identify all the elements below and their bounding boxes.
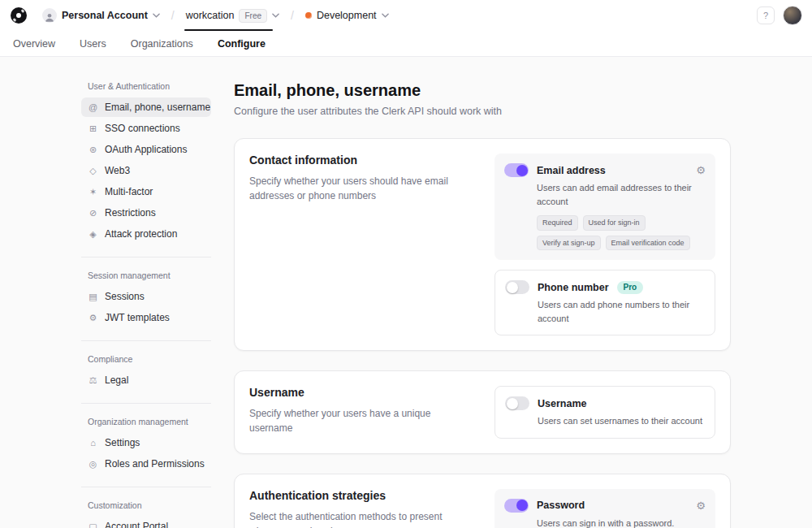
sidebar-section-title: Session management (88, 270, 211, 280)
sidebar-item-account-portal[interactable]: ▢ Account Portal (81, 517, 211, 528)
settings-gear-icon[interactable]: ⚙ (696, 500, 706, 511)
card-description: Select the authentication methods to pre… (249, 509, 465, 528)
sidebar-section-title: Organization management (88, 417, 211, 426)
sidebar-section-title: Customization (88, 500, 211, 510)
email-address-toggle[interactable] (504, 163, 529, 177)
top-bar: Personal Account / workcation Free / Dev… (0, 0, 812, 31)
attribute-badge: Used for sign-in (583, 215, 646, 231)
card-description: Specify whether your users should have e… (249, 174, 465, 203)
sidebar-item-legal[interactable]: ⚖ Legal (81, 370, 211, 390)
environment-label: Development (317, 10, 377, 21)
tab-users[interactable]: Users (78, 33, 108, 54)
sidebar-item-jwt-templates[interactable]: ⚙ JWT templates (81, 308, 211, 327)
help-button[interactable]: ? (757, 6, 775, 24)
authentication-strategies-card: Authentication strategies Select the aut… (234, 474, 731, 528)
username-panel: Username Users can set usernames to thei… (495, 386, 715, 439)
panel-description: Users can set usernames to their account (538, 414, 705, 428)
sso-icon: ⊞ (88, 123, 98, 134)
breadcrumb-environment[interactable]: Development (300, 7, 394, 24)
tab-bar: Overview Users Organizations Configure (0, 31, 812, 57)
account-avatar-icon (42, 8, 57, 23)
email-badges: Required Used for sign-in Verify at sign… (537, 215, 706, 250)
chevron-down-icon (153, 13, 160, 18)
roles-icon: ◎ (88, 459, 98, 470)
plan-badge: Free (239, 9, 267, 23)
sidebar-divider (81, 257, 211, 258)
password-panel: Password ⚙ Users can sign in with a pass… (495, 489, 715, 528)
sidebar-item-restrictions[interactable]: ⊘ Restrictions (81, 203, 211, 223)
breadcrumb-separator: / (291, 9, 294, 22)
page-title: Email, phone, username (234, 81, 731, 100)
clerk-logo[interactable] (10, 6, 28, 24)
settings-sidebar: User & Authentication @ Email, phone, us… (81, 81, 211, 528)
panel-title: Phone number (538, 282, 609, 293)
panel-title: Username (538, 398, 586, 409)
account-portal-icon: ▢ (88, 522, 98, 528)
oauth-icon: ⊛ (88, 145, 98, 155)
chevron-down-icon (382, 13, 389, 18)
sidebar-item-email-phone-username[interactable]: @ Email, phone, username (81, 97, 211, 117)
sidebar-item-settings[interactable]: ⌂ Settings (81, 433, 211, 452)
panel-title: Password (537, 500, 585, 511)
chevron-down-icon (272, 13, 279, 18)
card-description: Specify whether your users have a unique… (249, 406, 465, 435)
org-settings-icon: ⌂ (88, 438, 98, 448)
phone-number-toggle[interactable] (505, 280, 529, 294)
sidebar-divider (81, 403, 211, 404)
sidebar-item-attack-protection[interactable]: ◈ Attack protection (81, 224, 211, 244)
breadcrumb-personal-account[interactable]: Personal Account (37, 6, 165, 25)
sidebar-item-multi-factor[interactable]: ✶ Multi-factor (81, 182, 211, 201)
multi-factor-icon: ✶ (88, 187, 98, 197)
at-sign-icon: @ (88, 102, 98, 112)
environment-dot-icon (305, 12, 312, 19)
attribute-badge: Email verification code (606, 236, 690, 251)
username-toggle[interactable] (505, 396, 529, 410)
jwt-templates-icon: ⚙ (88, 313, 98, 323)
panel-title: Email address (537, 165, 606, 176)
page-subtitle: Configure the user attributes the Clerk … (234, 106, 731, 117)
card-title: Authentication strategies (249, 489, 465, 502)
settings-gear-icon[interactable]: ⚙ (696, 165, 706, 175)
sidebar-item-roles-permissions[interactable]: ◎ Roles and Permissions (81, 454, 211, 474)
web3-icon: ◇ (88, 166, 98, 176)
sidebar-item-sessions[interactable]: ▤ Sessions (81, 287, 211, 306)
sidebar-section-title: Compliance (88, 354, 211, 364)
panel-description: Users can sign in with a password. Passw… (537, 517, 706, 528)
attribute-badge: Required (537, 215, 578, 231)
phone-number-panel: Phone number Pro Users can add phone num… (495, 270, 715, 335)
project-label: workcation (186, 10, 235, 21)
main-content: Email, phone, username Configure the use… (234, 81, 731, 528)
restrictions-lock-icon: ⊘ (88, 208, 98, 219)
tab-overview[interactable]: Overview (11, 33, 57, 54)
pro-badge: Pro (617, 281, 644, 294)
sidebar-item-oauth-applications[interactable]: ⊛ OAuth Applications (81, 140, 211, 159)
panel-description: Users can add email addresses to their a… (537, 181, 706, 208)
breadcrumb-separator: / (171, 9, 175, 22)
shield-icon: ◈ (88, 229, 98, 240)
sidebar-item-sso-connections[interactable]: ⊞ SSO connections (81, 119, 211, 138)
panel-description: Users can add phone numbers to their acc… (538, 298, 705, 325)
account-label: Personal Account (62, 10, 148, 21)
email-address-panel: Email address ⚙ Users can add email addr… (495, 154, 715, 260)
sidebar-divider (81, 340, 211, 341)
tab-organizations[interactable]: Organizations (129, 33, 195, 54)
sidebar-divider (81, 487, 211, 487)
sidebar-item-web3[interactable]: ◇ Web3 (81, 161, 211, 180)
password-toggle[interactable] (504, 499, 529, 513)
breadcrumb-project[interactable]: workcation Free (181, 6, 284, 25)
user-avatar[interactable] (783, 6, 802, 25)
username-card: Username Specify whether your users have… (234, 370, 731, 454)
sessions-icon: ▤ (88, 292, 98, 302)
tab-configure[interactable]: Configure (216, 33, 267, 54)
card-title: Username (249, 386, 465, 399)
sidebar-section-title: User & Authentication (88, 81, 211, 91)
attribute-badge: Verify at sign-up (537, 236, 601, 251)
scales-icon: ⚖ (88, 375, 98, 386)
card-title: Contact information (249, 154, 465, 167)
contact-information-card: Contact information Specify whether your… (234, 138, 731, 351)
